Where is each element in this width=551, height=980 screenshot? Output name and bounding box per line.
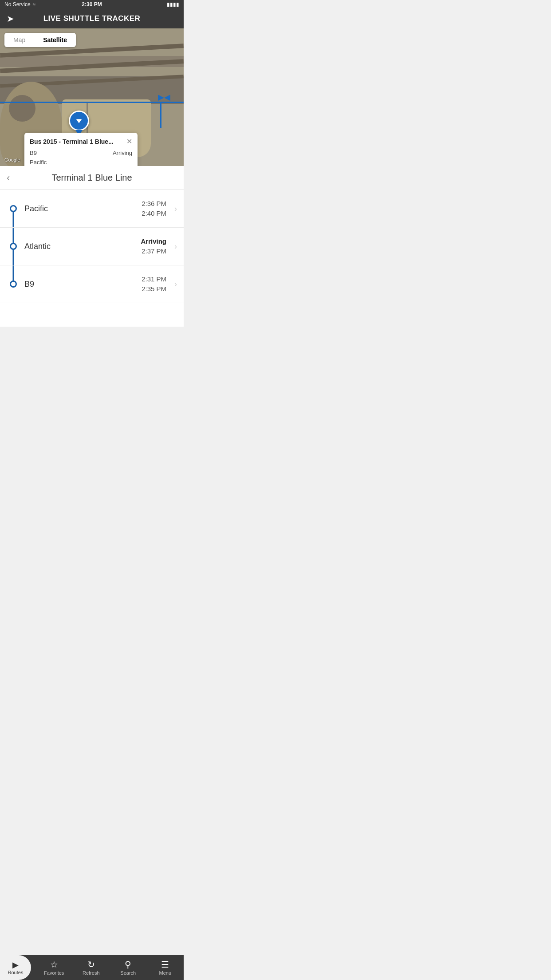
app-header: ➤ LIVE SHUTTLE TRACKER [0,9,184,28]
status-bar: No Service ≈ 2:30 PM ▮▮▮▮ [0,0,184,9]
map-container: ▶◀ Map Satellite Bus 2015 - Terminal 1 B… [0,28,184,166]
stop-list: Pacific 2:36 PM 2:40 PM › Atlantic Arriv… [0,190,184,303]
satellite-button[interactable]: Satellite [34,33,76,47]
info-popup-row-2: Pacific [30,158,132,166]
map-toggle[interactable]: Map Satellite [4,33,76,47]
content-panel: ‹ Terminal 1 Blue Line Pacific 2:36 PM 2… [0,166,184,327]
stop-times: Arriving 2:37 PM [141,237,166,257]
svg-marker-0 [76,119,82,123]
popup-stop-name: B9 [30,149,37,158]
bus-marker-icon [74,116,84,126]
info-popup-title[interactable]: Bus 2015 - Terminal 1 Blue... [30,138,114,145]
route-title: Terminal 1 Blue Line [51,173,132,183]
stop-content: Pacific 2:36 PM 2:40 PM [20,199,171,219]
stop-time-1: 2:31 PM [142,274,166,285]
battery-icon: ▮▮▮▮ [167,1,179,8]
stop-dot [10,281,17,288]
carrier-text: No Service [4,1,31,8]
map-button[interactable]: Map [4,33,34,47]
stop-content: Atlantic Arriving 2:37 PM [20,237,171,257]
navigate-icon: ➤ [7,13,14,24]
stop-line-container [7,228,20,265]
route-header: ‹ Terminal 1 Blue Line [0,166,184,190]
google-label: Google [4,157,20,162]
stop-dot [10,205,17,212]
stop-item[interactable]: Pacific 2:36 PM 2:40 PM › [0,190,184,228]
app-title: LIVE SHUTTLE TRACKER [43,14,141,23]
route-arrow-icon: ▶◀ [158,92,170,102]
close-icon[interactable]: ✕ [126,138,132,145]
route-line-vertical [160,102,161,128]
stop-item[interactable]: Atlantic Arriving 2:37 PM › [0,228,184,265]
stop-time-arriving: Arriving [141,237,166,247]
back-icon[interactable]: ‹ [7,172,10,184]
chevron-right-icon: › [174,280,177,289]
status-time: 2:30 PM [82,1,102,8]
info-popup: Bus 2015 - Terminal 1 Blue... ✕ B9 Arriv… [24,133,138,166]
stop-times: 2:36 PM 2:40 PM [142,199,166,219]
bus-marker-circle [69,111,89,131]
wifi-icon: ≈ [33,1,36,8]
popup-line-name: Pacific [30,158,47,166]
route-line [0,102,184,103]
tarmac-circle [9,95,35,122]
stop-time-2: 2:37 PM [141,246,166,257]
stop-times: 2:31 PM 2:35 PM [142,274,166,294]
stop-line-container [7,190,20,227]
stop-dot [10,243,17,250]
info-popup-header: Bus 2015 - Terminal 1 Blue... ✕ [30,138,132,145]
stop-content: B9 2:31 PM 2:35 PM [20,274,171,294]
status-left: No Service ≈ [4,1,35,8]
stop-time-1: 2:36 PM [142,199,166,209]
stop-time-2: 2:40 PM [142,209,166,219]
status-right: ▮▮▮▮ [167,1,179,8]
stop-name: B9 [24,280,34,289]
chevron-right-icon: › [174,204,177,213]
info-popup-row-1: B9 Arriving [30,149,132,158]
stop-name: Pacific [24,204,48,213]
popup-status: Arriving [113,149,132,158]
stop-line-container [7,265,20,303]
bottom-spacer [0,303,184,327]
stop-time-2: 2:35 PM [142,284,166,294]
stop-name: Atlantic [24,242,51,251]
stop-item[interactable]: B9 2:31 PM 2:35 PM › [0,265,184,303]
chevron-right-icon: › [174,242,177,251]
bus-marker[interactable] [69,111,89,135]
